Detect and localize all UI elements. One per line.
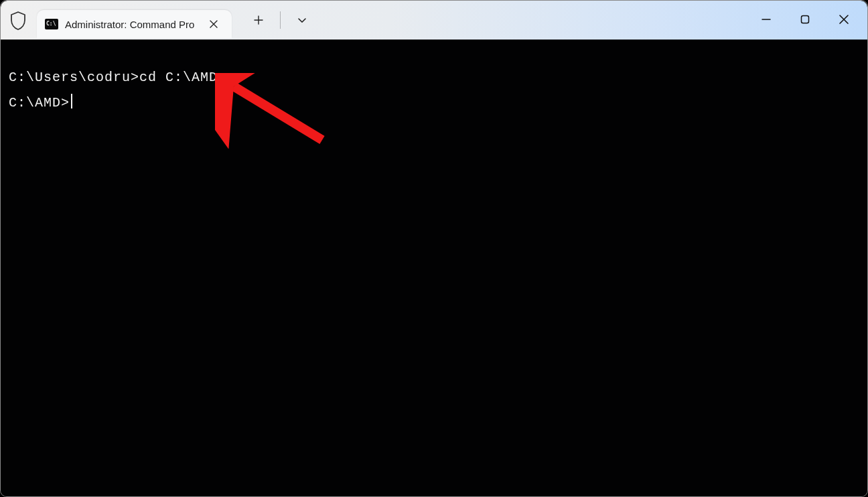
tab-title: Administrator: Command Pro [65, 19, 194, 30]
window-controls [747, 1, 863, 38]
cmd-icon [45, 19, 58, 29]
terminal-line: C:\AMD> [9, 90, 859, 116]
tab-dropdown-button[interactable] [289, 7, 315, 33]
tab-actions [245, 7, 315, 33]
separator [280, 11, 281, 29]
minimize-button[interactable] [747, 3, 786, 36]
shield-icon [10, 11, 26, 29]
window-titlebar: Administrator: Command Pro [1, 1, 867, 40]
tab-close-button[interactable] [205, 15, 222, 33]
svg-rect-0 [802, 16, 809, 23]
close-button[interactable] [824, 3, 863, 36]
text-cursor [71, 94, 72, 109]
close-icon [210, 20, 218, 28]
tab-command-prompt[interactable]: Administrator: Command Pro [37, 10, 232, 38]
terminal-output[interactable]: C:\Users\codru>cd C:\AMD C:\AMD> [1, 40, 867, 497]
new-tab-button[interactable] [245, 7, 272, 33]
plus-icon [254, 15, 263, 25]
chevron-down-icon [297, 15, 307, 25]
minimize-icon [762, 15, 771, 24]
maximize-icon [800, 15, 810, 24]
maximize-button[interactable] [786, 3, 824, 36]
close-icon [839, 15, 849, 24]
terminal-line: C:\Users\codru>cd C:\AMD [9, 65, 859, 90]
